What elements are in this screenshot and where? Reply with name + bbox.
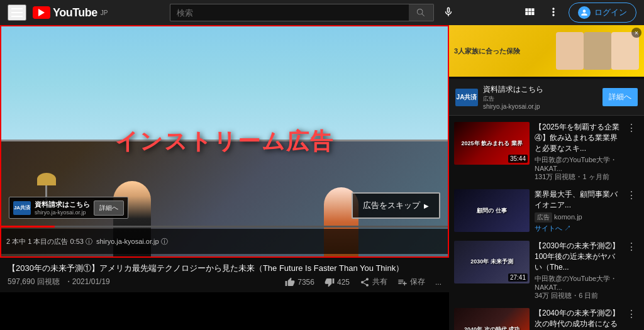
- video-controls: 2 本中 1 本目の広告 0:53 ⓘ shiryo.ja-kyosai.or.…: [1, 229, 448, 254]
- sidebar-item-info-2: 【2030年の未来予測②】100年後の近未来がヤバい（The... 中田敦彦のY…: [535, 241, 621, 300]
- sidebar-item-info-0: 【2025年を制覇する企業④】飲み込まれる業業界と必要なスキ... 中田敦彦のY…: [535, 122, 621, 182]
- save-icon: [397, 277, 408, 287]
- sidebar-item-3[interactable]: 2040年 次の時代 成功 39:18 【2040年の未来予測②】次の時代の成功…: [449, 304, 644, 330]
- main-content: インストリーム広告 JA共済 資料請求はこちら shiryo.ja-kyosai…: [0, 25, 644, 330]
- dislike-count: 425: [337, 278, 350, 287]
- video-title: 【2030年の未来予測①】アメリカ最先端テクノロジーから見た未来（The Fut…: [8, 263, 441, 274]
- ad-badge-title: 資料請求はこちら: [35, 200, 90, 209]
- video-date: ・2021/01/19: [65, 277, 110, 287]
- top-ad-text: 3人家族に合った保険: [454, 47, 551, 56]
- more-icon-2: ⋮: [626, 242, 636, 252]
- scene-window: [1, 26, 448, 141]
- more-label: ...: [435, 278, 441, 287]
- search-input[interactable]: [170, 4, 409, 21]
- thumbs-down-icon: [325, 277, 335, 287]
- sidebar-item-channel-2: 中田敦彦のYouTube大学・NAKAT...: [535, 274, 621, 291]
- ja-ad-url: shiryo.ja-kyosai.or.jp: [483, 103, 597, 110]
- sidebar-thumb-3: 2040年 次の時代 成功 39:18: [454, 308, 530, 330]
- skip-ad-button[interactable]: 広告をスキップ: [352, 192, 440, 219]
- ja-logo-large: JA共済: [455, 89, 478, 106]
- save-button[interactable]: 保存: [397, 277, 425, 287]
- sidebar-item-more-3[interactable]: ⋮: [626, 308, 639, 330]
- login-button[interactable]: ログイン: [569, 3, 636, 23]
- video-player[interactable]: インストリーム広告 JA共済 資料請求はこちら shiryo.ja-kyosai…: [0, 25, 449, 258]
- top-banner-ad[interactable]: 3人家族に合った保険 ×: [449, 25, 644, 77]
- ad-detail-button[interactable]: 詳細へ: [94, 201, 124, 216]
- video-views: 597,690 回視聴: [8, 277, 60, 287]
- like-button[interactable]: 7356: [285, 277, 314, 287]
- ad-label-1: 広告: [535, 212, 552, 223]
- grid-icon: [523, 6, 536, 18]
- sidebar-item-0[interactable]: 2025年 飲みまれる 業界 35:44 【2025年を制覇する企業④】飲み込ま…: [449, 118, 644, 185]
- dislike-button[interactable]: 425: [325, 277, 350, 287]
- sidebar-item-info-3: 【2040年の未来予測②】次の時代の成功者になるには 中田敦彦のYouTube大…: [535, 308, 621, 330]
- search-box: [170, 4, 459, 22]
- ad-badge: JA共済 資料請求はこちら shiryo.ja-kyosai.or.jp 詳細へ: [9, 197, 128, 219]
- video-actions: 7356 425 共有 保存 ...: [285, 277, 441, 287]
- mic-icon: [443, 6, 454, 18]
- sidebar-item-2[interactable]: 2030年 未来予測 27:41 【2030年の未来予測②】100年後の近未来が…: [449, 237, 644, 304]
- top-ad-content: 3人家族に合った保険: [449, 27, 644, 75]
- ad-overlay-text: インストリーム広告: [115, 126, 334, 157]
- ja-ad-card[interactable]: JA共済 資料請求はこちら 広告 shiryo.ja-kyosai.or.jp …: [449, 79, 644, 116]
- top-ad-close-button[interactable]: ×: [631, 28, 641, 38]
- search-button[interactable]: [409, 4, 434, 21]
- youtube-logo-text: YouTube: [53, 6, 97, 19]
- thumb-duration-0: 35:44: [508, 155, 528, 163]
- video-meta: 597,690 回視聴 ・2021/01/19 7356 425 共有: [8, 277, 441, 287]
- thumbs-up-icon: [285, 277, 295, 287]
- more-options-button[interactable]: [545, 3, 562, 23]
- youtube-logo-icon: [33, 6, 50, 19]
- sidebar-item-1[interactable]: 顧問の 仕事 業界最大手、顧問事業バイオニア... 広告 komon.jp サイ…: [449, 185, 644, 237]
- thumb-text-3: 2040年 次の時代 成功: [454, 308, 530, 330]
- sidebar-item-meta-1: 広告 komon.jp: [535, 212, 621, 223]
- ja-ad-detail-button[interactable]: 詳細へ: [602, 88, 638, 106]
- person3: [611, 32, 639, 70]
- more-icon-3: ⋮: [626, 309, 636, 319]
- progress-bar[interactable]: [1, 226, 448, 228]
- thumb-duration-2: 27:41: [508, 273, 528, 282]
- more-icon-0: ⋮: [626, 123, 636, 133]
- logo-jp: JP: [101, 9, 108, 16]
- menu-button[interactable]: [8, 4, 26, 21]
- header: YouTubeJP ログイン: [0, 0, 644, 25]
- video-info: 【2030年の未来予測①】アメリカ最先端テクノロジーから見た未来（The Fut…: [0, 258, 449, 292]
- sidebar-item-meta-0: 131万 回視聴・1 ヶ月前: [535, 172, 621, 182]
- sidebar-thumb-1: 顧問の 仕事: [454, 189, 530, 232]
- more-video-options-button[interactable]: ...: [435, 278, 441, 287]
- progress-fill: [1, 226, 55, 228]
- like-count: 7356: [297, 278, 314, 287]
- ja-logo-small: JA共済: [13, 201, 31, 215]
- sidebar-thumb-0: 2025年 飲みまれる 業界 35:44: [454, 122, 530, 165]
- share-icon: [360, 277, 370, 287]
- ad-badge-info: 資料請求はこちら shiryo.ja-kyosai.or.jp: [35, 200, 90, 216]
- sidebar-item-channel-0: 中田敦彦のYouTube大学・NAKAT...: [535, 155, 621, 172]
- user-avatar-icon: [580, 8, 589, 17]
- person2: [584, 32, 611, 70]
- sidebar-item-more-1[interactable]: ⋮: [626, 189, 639, 233]
- more-vert-icon: [547, 6, 560, 18]
- ja-ad-title: 資料請求はこちら: [483, 84, 597, 95]
- user-icon: [578, 6, 591, 19]
- site-link-1[interactable]: サイトへ ↗: [535, 224, 621, 233]
- sidebar-thumb-2: 2030年 未来予測 27:41: [454, 241, 530, 283]
- sidebar: 3人家族に合った保険 × JA共済 資料請求はこちら 広告 shiryo.ja-…: [449, 25, 644, 330]
- sidebar-item-title-0: 【2025年を制覇する企業④】飲み込まれる業業界と必要なスキ...: [535, 122, 621, 153]
- share-button[interactable]: 共有: [360, 277, 387, 287]
- sidebar-item-title-3: 【2040年の未来予測②】次の時代の成功者になるには: [535, 308, 621, 330]
- top-ad-image: 3人家族に合った保険: [449, 25, 644, 77]
- search-area: [113, 4, 516, 22]
- thumb-text-1: 顧問の 仕事: [454, 189, 530, 232]
- more-icon-1: ⋮: [626, 190, 636, 201]
- ad-site-1: komon.jp: [554, 213, 582, 221]
- header-right: ログイン: [521, 3, 636, 23]
- skip-ad-label: 広告をスキップ: [363, 200, 420, 211]
- share-label: 共有: [372, 277, 387, 287]
- top-ad-people: [556, 32, 639, 70]
- apps-button[interactable]: [521, 3, 538, 23]
- ja-ad-info: 資料請求はこちら 広告 shiryo.ja-kyosai.or.jp: [483, 84, 597, 110]
- mic-button[interactable]: [438, 4, 459, 22]
- sidebar-item-more-2[interactable]: ⋮: [626, 241, 639, 300]
- ja-ad-label: 広告: [483, 95, 597, 103]
- sidebar-item-more-0[interactable]: ⋮: [626, 122, 639, 182]
